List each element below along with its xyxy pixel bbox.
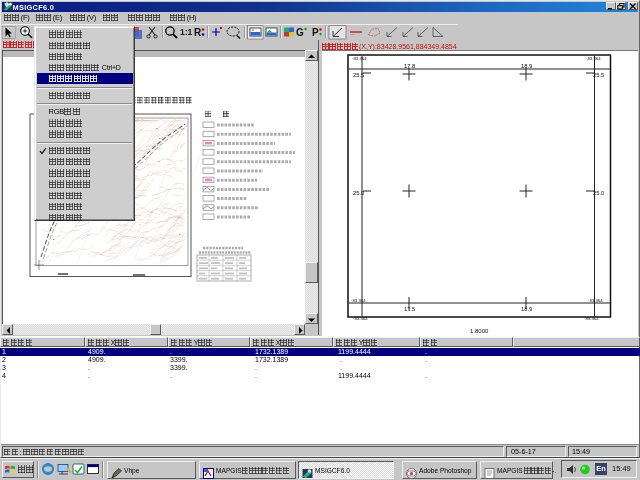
svg-text:25.5: 25.5 [353, 72, 364, 78]
svg-text:G: G [296, 27, 304, 38]
svg-text:1:8000: 1:8000 [470, 328, 489, 334]
svg-text:R: R [194, 27, 202, 38]
svg-text:·83.364: ·83.364 [588, 298, 603, 303]
svg-text:·83.364: ·83.364 [584, 316, 599, 321]
svg-text:·83.364: ·83.364 [351, 298, 366, 303]
svg-text:·83.364: ·83.364 [353, 316, 368, 321]
svg-text:P: P [312, 27, 319, 38]
svg-text:25.0: 25.0 [593, 190, 604, 196]
svg-text:13.5: 13.5 [404, 306, 415, 312]
svg-text:18.9: 18.9 [521, 63, 532, 69]
svg-text:25.5: 25.5 [593, 72, 604, 78]
svg-text:·83.364: ·83.364 [352, 56, 367, 61]
svg-text:17.8: 17.8 [404, 63, 415, 69]
svg-text:25.0: 25.0 [353, 190, 364, 196]
svg-text:1:1: 1:1 [180, 27, 193, 37]
svg-text:·83.364: ·83.364 [586, 56, 601, 61]
svg-text:18.9: 18.9 [521, 306, 532, 312]
